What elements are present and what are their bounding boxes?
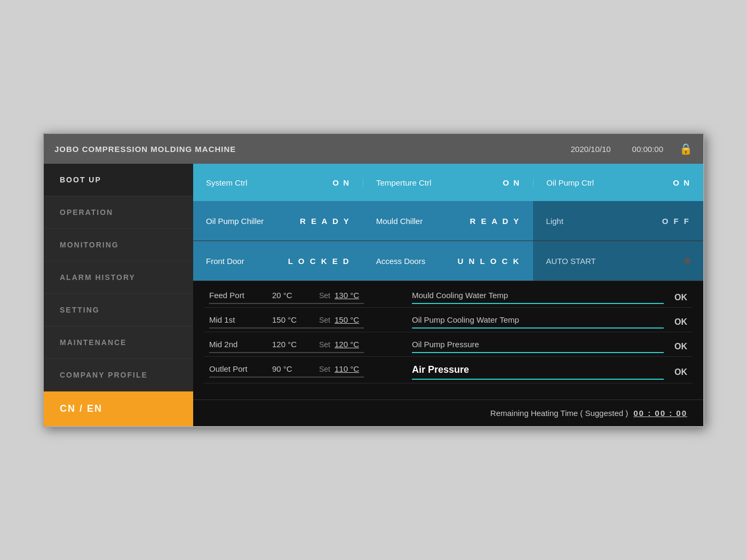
access-doors-value: U N L O C K [458,257,521,266]
machine-title: JOBO COMPRESSION MOLDING MACHINE [54,145,571,154]
content-area: System Ctrl O N Temperture Ctrl O N Oil … [193,164,703,426]
remaining-time: 00 : 00 : 00 [633,409,687,418]
oil-pump-ctrl-cell: Oil Pump Ctrl O N [534,178,703,187]
status-row-1: Oil Pump Chiller R E A D Y Mould Chiller… [193,201,703,241]
light-value: O F F [662,217,690,226]
sidebar-item-company-profile[interactable]: COMPANY PROFILE [44,359,193,391]
oil-pump-ctrl-value: O N [673,178,690,187]
sidebar-item-alarm-history[interactable]: ALARM HISTORY [44,261,193,294]
sensor-mid1st-set-label: Set [319,316,330,324]
sensor-mould-cooling-ok: OK [674,293,687,302]
oil-pump-ctrl-label: Oil Pump Ctrl [546,178,594,187]
oil-pump-chiller-cell: Oil Pump Chiller R E A D Y [193,201,363,241]
footer-bar: Remaining Heating Time ( Suggested ) 00 … [193,399,703,426]
sensor-mid1st-set-val: 150 °C [335,315,359,324]
sensor-mould-cooling-name: Mould Cooling Water Temp [412,291,664,300]
sensor-mid2nd-actual: 120 °C [272,340,315,349]
sidebar-item-operation[interactable]: OPERATION [44,196,193,229]
front-door-value: L O C K E D [288,257,351,266]
sensor-air-pressure-ok: OK [674,367,687,377]
sensor-outlet-name: Outlet Port [209,364,268,373]
sensor-outlet-actual: 90 °C [272,364,315,373]
sensor-outlet-set-label: Set [319,365,330,373]
light-cell: Light O F F [533,201,703,241]
auto-start-dot [684,258,690,264]
oil-pump-chiller-value: R E A D Y [300,217,351,226]
sensor-outlet-set-val: 110 °C [335,364,359,373]
sensor-oil-pump-pressure-name: Oil Pump Pressure [412,340,664,349]
sensor-mid2nd-name: Mid 2nd [209,340,268,349]
mould-chiller-value: R E A D Y [470,217,521,226]
header-date: 2020/10/10 [571,145,611,154]
header-time: 00:00:00 [632,145,663,154]
temp-ctrl-label: Temperture Ctrl [376,178,431,187]
mould-chiller-label: Mould Chiller [376,217,423,226]
sidebar-item-setting[interactable]: SETTING [44,294,193,326]
sensor-mid1st-name: Mid 1st [209,315,268,324]
temp-ctrl-value: O N [503,178,520,187]
system-ctrl-value: O N [332,178,350,187]
front-door-cell: Front Door L O C K E D [193,241,363,281]
light-label: Light [546,217,563,226]
lock-icon: 🔒 [679,142,693,155]
system-ctrl-label: System Ctrl [206,178,248,187]
sensor-mid1st-actual: 150 °C [272,315,315,324]
sensor-mid2nd-set-label: Set [319,340,330,349]
sensor-feed-port-set-label: Set [319,291,330,300]
auto-start-label: AUTO START [546,257,595,266]
oil-pump-chiller-label: Oil Pump Chiller [206,217,264,226]
sidebar-item-monitoring[interactable]: MONITORING [44,229,193,261]
sensor-air-pressure-name: Air Pressure [412,364,664,375]
sensor-feed-port-set-val: 130 °C [335,291,359,300]
sidebar: BOOT UP OPERATION MONITORING ALARM HISTO… [44,164,193,426]
mould-chiller-cell: Mould Chiller R E A D Y [363,201,534,241]
auto-start-cell: AUTO START [533,241,703,281]
sensor-section: Feed Port 20 °C Set 130 °C Mould Cooling… [193,281,703,399]
sidebar-item-maintenance[interactable]: MAINTENANCE [44,326,193,359]
language-switch[interactable]: CN / EN [44,391,193,426]
header: JOBO COMPRESSION MOLDING MACHINE 2020/10… [44,134,703,164]
header-datetime: 2020/10/10 00:00:00 [571,145,663,154]
sensor-oil-pump-pressure-ok: OK [674,342,687,351]
system-ctrl-cell: System Ctrl O N [193,178,363,187]
temp-ctrl-cell: Temperture Ctrl O N [363,178,534,187]
sidebar-item-boot-up[interactable]: BOOT UP [44,164,193,196]
sensor-oil-pump-cooling-ok: OK [674,317,687,327]
remaining-label: Remaining Heating Time ( Suggested ) [490,409,628,418]
status-row-2: Front Door L O C K E D Access Doors U N … [193,241,703,281]
sensor-oil-pump-cooling-name: Oil Pump Cooling Water Temp [412,315,664,324]
sensor-mid2nd-set-val: 120 °C [335,340,359,349]
control-row: System Ctrl O N Temperture Ctrl O N Oil … [193,164,703,201]
access-doors-label: Access Doors [376,257,426,266]
access-doors-cell: Access Doors U N L O C K [363,241,534,281]
sensor-feed-port-actual: 20 °C [272,291,315,300]
front-door-label: Front Door [206,257,244,266]
sensor-feed-port-name: Feed Port [209,291,268,300]
